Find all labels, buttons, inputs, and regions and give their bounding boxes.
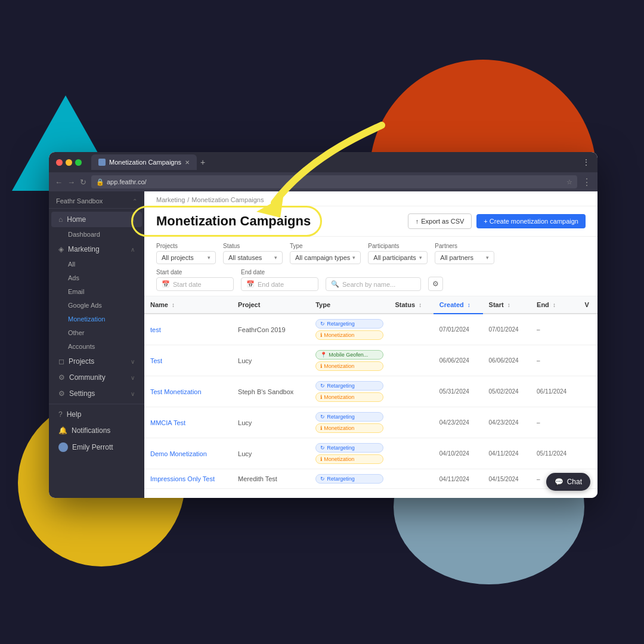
sidebar-item-home[interactable]: ⌂ Home ∧ bbox=[51, 212, 142, 227]
column-settings-button[interactable]: ⚙ bbox=[428, 277, 443, 291]
sidebar-header: Feathr Sandbox ⌃ bbox=[49, 191, 144, 209]
marketing-expand-icon: ∧ bbox=[131, 246, 135, 253]
cell-project: Steph B's Sandbox bbox=[232, 376, 309, 407]
cell-start: 04/15/2024 bbox=[483, 469, 531, 489]
cell-created: 07/01/2024 bbox=[434, 314, 483, 345]
cell-name[interactable]: Demo Monetization bbox=[144, 438, 232, 469]
cell-start: 07/01/2024 bbox=[483, 314, 531, 345]
refresh-button[interactable]: ↻ bbox=[80, 178, 86, 187]
col-start[interactable]: Start ↕ bbox=[483, 296, 531, 314]
chat-button[interactable]: 💬 Chat bbox=[546, 473, 590, 491]
sidebar-item-user[interactable]: Emily Perrott bbox=[51, 439, 142, 456]
maximize-button[interactable] bbox=[75, 159, 82, 166]
cell-name[interactable]: Test Monetization bbox=[144, 376, 232, 407]
sidebar-nav: ⌂ Home ∧ Dashboard ◈ Marketing ∧ All Ads… bbox=[49, 209, 144, 459]
type-filter-select[interactable]: All campaign types ▾ bbox=[290, 251, 361, 264]
sidebar-subitem-ads[interactable]: Ads bbox=[51, 271, 142, 284]
filter-group-status: Status All statuses ▾ bbox=[223, 243, 283, 264]
type-badge: ℹ Monetization bbox=[315, 454, 383, 464]
active-tab[interactable]: Monetization Campaigns ✕ bbox=[91, 154, 197, 170]
sidebar-subitem-email[interactable]: Email bbox=[51, 285, 142, 298]
sidebar-item-help[interactable]: ? Help bbox=[51, 407, 142, 422]
type-badge: ↻ Retargeting bbox=[315, 412, 383, 422]
cell-project: Lucy bbox=[232, 438, 309, 469]
search-input[interactable]: 🔍 Search by name... bbox=[326, 277, 421, 291]
cell-created: 06/06/2024 bbox=[434, 345, 483, 376]
cell-type: ↻ Retargeting bbox=[309, 469, 389, 489]
col-name[interactable]: Name ↕ bbox=[144, 296, 232, 314]
cell-name[interactable]: test bbox=[144, 314, 232, 345]
tab-favicon bbox=[98, 159, 106, 166]
end-date-input[interactable]: 📅 End date bbox=[241, 277, 318, 291]
create-campaign-button[interactable]: + Create monetization campaign bbox=[476, 214, 586, 228]
cell-created: 04/10/2024 bbox=[434, 438, 483, 469]
sidebar-subitem-google-ads[interactable]: Google Ads bbox=[51, 299, 142, 312]
chat-label: Chat bbox=[567, 478, 582, 486]
participants-filter-select[interactable]: All participants ▾ bbox=[368, 251, 428, 264]
col-type[interactable]: Type bbox=[309, 296, 389, 314]
sidebar-subitem-all[interactable]: All bbox=[51, 258, 142, 271]
date-group-end: End date 📅 End date bbox=[241, 269, 318, 291]
sidebar-item-projects[interactable]: ◻ Projects ∨ bbox=[51, 354, 142, 369]
cell-v bbox=[579, 407, 597, 438]
traffic-lights bbox=[56, 159, 82, 166]
col-project[interactable]: Project bbox=[232, 296, 309, 314]
back-button[interactable]: ← bbox=[55, 178, 63, 187]
cell-status bbox=[389, 438, 434, 469]
home-expand-icon: ∧ bbox=[131, 216, 135, 223]
community-icon: ⚙ bbox=[58, 373, 65, 382]
calendar-icon: 📅 bbox=[162, 280, 170, 288]
projects-icon: ◻ bbox=[58, 357, 64, 366]
start-date-label: Start date bbox=[156, 269, 234, 275]
close-button[interactable] bbox=[56, 159, 63, 166]
col-created[interactable]: Created ↕ bbox=[434, 296, 483, 314]
minimize-button[interactable] bbox=[66, 159, 72, 166]
bookmark-icon[interactable]: ☆ bbox=[566, 178, 572, 186]
filters-section: Projects All projects ▾ Status All statu… bbox=[144, 237, 597, 296]
cell-project: Lucy bbox=[232, 407, 309, 438]
projects-filter-select[interactable]: All projects ▾ bbox=[156, 251, 216, 264]
search-icon: 🔍 bbox=[331, 280, 339, 288]
breadcrumb-text: Marketing bbox=[156, 196, 185, 203]
sidebar-subitem-monetization[interactable]: Monetization bbox=[51, 312, 142, 326]
partners-filter-select[interactable]: All partners ▾ bbox=[435, 251, 494, 264]
type-badge: ℹ Monetization bbox=[315, 392, 383, 402]
cell-start: 04/23/2024 bbox=[483, 407, 531, 438]
sidebar-item-community[interactable]: ⚙ Community ∨ bbox=[51, 370, 142, 385]
forward-button[interactable]: → bbox=[67, 178, 75, 187]
type-badge: ↻ Retargeting bbox=[315, 474, 383, 484]
table-row: test FeathrCon 2019 ↻ Retargeting ℹ Mone… bbox=[144, 314, 597, 345]
yellow-arrow-annotation bbox=[203, 119, 405, 227]
sidebar-subitem-other[interactable]: Other bbox=[51, 326, 142, 339]
cell-project: FeathrCon 2019 bbox=[232, 314, 309, 345]
sidebar-brand-label: Feathr Sandbox bbox=[56, 197, 103, 205]
type-badge: ↻ Retargeting bbox=[315, 443, 383, 453]
tab-close-icon[interactable]: ✕ bbox=[185, 159, 190, 166]
sidebar-projects-label: Projects bbox=[69, 357, 94, 366]
address-lock-icon: 🔒 bbox=[96, 178, 104, 186]
cell-name[interactable]: Test bbox=[144, 345, 232, 376]
browser-menu-icon[interactable]: ⋮ bbox=[582, 157, 590, 167]
app-layout: Feathr Sandbox ⌃ ⌂ Home ∧ Dashboard ◈ Ma… bbox=[49, 191, 597, 498]
sidebar-subitem-dashboard[interactable]: Dashboard bbox=[51, 228, 142, 241]
svg-marker-0 bbox=[256, 197, 283, 218]
col-status[interactable]: Status ↕ bbox=[389, 296, 434, 314]
col-v[interactable]: V bbox=[579, 296, 597, 314]
sidebar-chevron-icon[interactable]: ⌃ bbox=[132, 198, 137, 205]
export-csv-button[interactable]: ↑ Export as CSV bbox=[408, 213, 472, 229]
sidebar-item-notifications[interactable]: 🔔 Notifications bbox=[51, 423, 142, 438]
cell-name[interactable]: Impressions Only Test bbox=[144, 469, 232, 489]
sidebar-item-settings[interactable]: ⚙ Settings ∨ bbox=[51, 386, 142, 401]
cell-v bbox=[579, 376, 597, 407]
table-row: Demo Monetization Lucy ↻ Retargeting ℹ M… bbox=[144, 438, 597, 469]
start-date-input[interactable]: 📅 Start date bbox=[156, 277, 234, 291]
status-filter-select[interactable]: All statuses ▾ bbox=[223, 251, 283, 264]
sidebar-item-marketing[interactable]: ◈ Marketing ∧ bbox=[51, 242, 142, 257]
sidebar-subitem-accounts[interactable]: Accounts bbox=[51, 340, 142, 353]
cell-name[interactable]: MMCIA Test bbox=[144, 407, 232, 438]
marketing-icon: ◈ bbox=[58, 245, 64, 253]
cell-start: 05/02/2024 bbox=[483, 376, 531, 407]
browser-options-icon[interactable]: ⋮ bbox=[582, 177, 592, 188]
col-end[interactable]: End ↕ bbox=[531, 296, 578, 314]
cell-end: 06/11/2024 bbox=[531, 376, 578, 407]
